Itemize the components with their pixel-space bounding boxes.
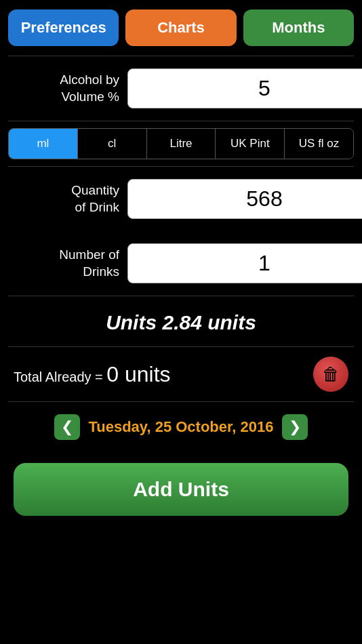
trash-icon: 🗑 [322, 364, 340, 385]
total-label-text: Total Already = [14, 369, 106, 384]
chevron-right-icon: ❯ [289, 418, 301, 436]
date-next-button[interactable]: ❯ [282, 414, 308, 440]
unit-option-us-fl-oz[interactable]: US fl oz [285, 129, 353, 159]
quantity-of-drink-label: Quantity of Drink [11, 182, 119, 216]
quantity-of-drink-input[interactable] [127, 179, 362, 219]
unit-option-cl[interactable]: cl [78, 129, 147, 159]
chevron-left-icon: ❮ [61, 418, 73, 436]
number-of-drinks-label: Number of Drinks [11, 247, 119, 280]
number-of-drinks-row: Number of Drinks [0, 231, 362, 296]
charts-button[interactable]: Charts [125, 9, 236, 46]
unit-selector: ml cl Litre UK Pint US fl oz [8, 128, 354, 159]
total-already-row: Total Already = 0 units 🗑 [0, 347, 362, 401]
unit-option-ml[interactable]: ml [9, 129, 78, 159]
divider-2 [8, 121, 354, 121]
units-value: 2.84 units [162, 311, 256, 334]
units-result: Units 2.84 units [0, 296, 362, 346]
top-nav: Preferences Charts Months [0, 0, 362, 56]
months-button[interactable]: Months [243, 9, 354, 46]
add-units-button[interactable]: Add Units [14, 463, 348, 516]
alcohol-by-volume-input[interactable] [127, 68, 362, 108]
alcohol-by-volume-row: Alcohol by Volume % [0, 56, 362, 121]
number-of-drinks-input[interactable] [127, 243, 362, 283]
date-prev-button[interactable]: ❮ [54, 414, 80, 440]
unit-option-uk-pint[interactable]: UK Pint [216, 129, 285, 159]
alcohol-by-volume-label: Alcohol by Volume % [11, 72, 119, 105]
date-display: Tuesday, 25 October, 2016 [88, 418, 273, 436]
date-navigation-row: ❮ Tuesday, 25 October, 2016 ❯ [0, 402, 362, 452]
trash-button[interactable]: 🗑 [313, 357, 348, 392]
unit-option-litre[interactable]: Litre [147, 129, 216, 159]
total-value: 0 units [106, 362, 170, 386]
quantity-of-drink-row: Quantity of Drink [0, 167, 362, 231]
units-prefix: Units [106, 311, 162, 334]
preferences-button[interactable]: Preferences [8, 9, 119, 46]
total-already-label: Total Already = 0 units [14, 362, 306, 387]
